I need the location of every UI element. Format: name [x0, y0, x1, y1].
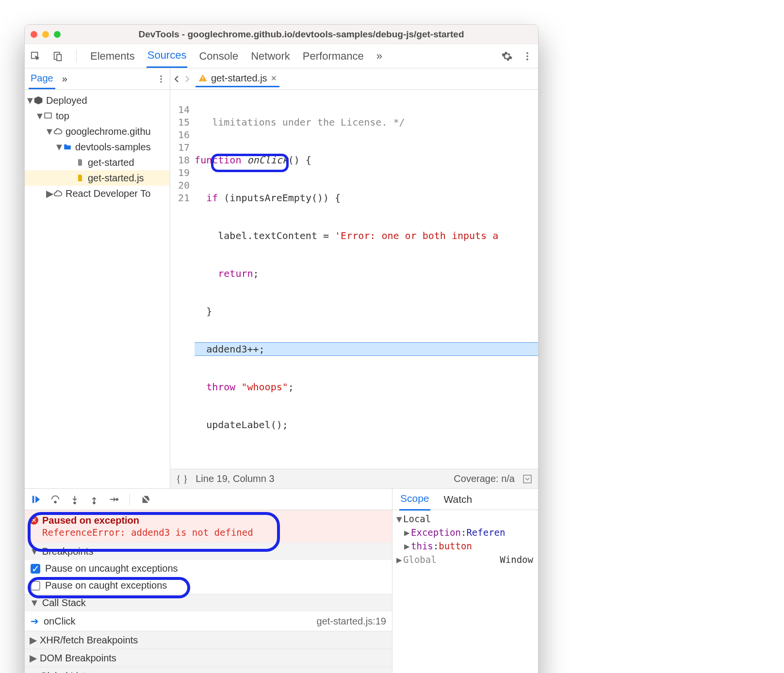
tree-label: devtools-samples [75, 142, 151, 153]
breakpoints-section: ▼Breakpoints ✓ Pause on uncaught excepti… [25, 543, 392, 594]
step-over-icon[interactable] [50, 494, 61, 505]
section-header-dom[interactable]: ▶DOM Breakpoints [25, 649, 392, 667]
tab-page[interactable]: Page [29, 69, 55, 89]
script-icon [75, 173, 85, 183]
folder-icon [63, 142, 72, 152]
scope-exception[interactable]: ▶Exception: Referen [392, 526, 538, 539]
pretty-print-icon[interactable]: { } [176, 473, 188, 484]
editor-area: get-started.js × 14 15 16 17 18 19 20 21 [170, 68, 538, 488]
checkbox-checked-icon[interactable]: ✓ [31, 564, 40, 574]
minimize-window-icon[interactable] [42, 31, 49, 38]
devtools-window: DevTools - googlechrome.github.io/devtoo… [24, 24, 539, 673]
svg-point-16 [93, 502, 95, 504]
tab-watch[interactable]: Watch [443, 489, 474, 510]
zoom-window-icon[interactable] [54, 31, 61, 38]
callstack-section: ▼Call Stack ➔ onClick get-started.js:19 [25, 594, 392, 631]
svg-rect-11 [202, 80, 203, 81]
tab-performance[interactable]: Performance [302, 45, 365, 67]
content-split: Page » ▼ Deployed ▼ [25, 68, 538, 488]
tabs-overflow-icon[interactable]: » [376, 45, 383, 67]
pause-caught-row[interactable]: Pause on caught exceptions [25, 577, 392, 594]
pause-uncaught-row[interactable]: ✓ Pause on uncaught exceptions [25, 560, 392, 577]
paused-line: addend3++; [195, 343, 538, 355]
device-toggle-icon[interactable] [52, 50, 64, 62]
close-tab-icon[interactable]: × [271, 73, 277, 84]
section-header-listeners[interactable]: ▶Global Listeners [25, 667, 392, 673]
navigator-overflow-icon[interactable]: » [62, 73, 67, 84]
svg-rect-9 [45, 113, 51, 118]
cursor-position: Line 19, Column 3 [196, 473, 274, 484]
step-icon[interactable] [108, 494, 119, 505]
nav-back-icon[interactable] [173, 75, 181, 83]
tree-folder[interactable]: ▼ devtools-samples [25, 139, 170, 155]
kebab-menu-icon[interactable] [522, 50, 533, 62]
deployed-icon [33, 96, 43, 105]
tree-file-js[interactable]: get-started.js [25, 170, 170, 186]
svg-point-6 [160, 75, 162, 77]
nav-fwd-icon[interactable] [183, 75, 191, 83]
tab-sources[interactable]: Sources [147, 44, 188, 68]
tab-network[interactable]: Network [250, 45, 291, 67]
scope-local[interactable]: ▼Local [392, 512, 538, 526]
tab-scope[interactable]: Scope [399, 488, 430, 511]
separator [76, 50, 77, 63]
stack-location: get-started.js:19 [317, 616, 386, 627]
paused-title: Paused on exception [42, 515, 385, 526]
cloud-icon [53, 189, 63, 198]
document-icon [75, 158, 85, 167]
scope-tabs: Scope Watch [392, 489, 538, 510]
coverage-toggle-icon[interactable] [523, 474, 532, 484]
navigator-pane: Page » ▼ Deployed ▼ [25, 68, 170, 488]
checkbox-unchecked-icon[interactable] [31, 581, 40, 591]
tree-extension[interactable]: ▶ React Developer To [25, 186, 170, 201]
navigator-menu-icon[interactable] [156, 74, 166, 84]
stack-fn: onClick [44, 616, 76, 627]
scope-tree: ▼Local ▶Exception: Referen ▶this: button… [392, 510, 538, 568]
tree-file-html[interactable]: get-started [25, 155, 170, 170]
code-editor[interactable]: 14 15 16 17 18 19 20 21 limitations unde… [170, 90, 538, 469]
listeners-section: ▶Global Listeners [25, 667, 392, 673]
svg-rect-13 [33, 496, 34, 503]
svg-rect-2 [57, 54, 61, 61]
tree-label: top [56, 111, 69, 122]
xhr-section: ▶XHR/fetch Breakpoints [25, 631, 392, 649]
main-tab-strip: Elements Sources Console Network Perform… [25, 44, 538, 68]
svg-point-17 [116, 498, 118, 500]
stack-frame[interactable]: ➔ onClick get-started.js:19 [25, 611, 392, 631]
deactivate-breakpoints-icon[interactable] [141, 494, 151, 505]
svg-point-14 [54, 501, 56, 503]
window-title: DevTools - googlechrome.github.io/devtoo… [70, 29, 532, 40]
svg-rect-12 [523, 475, 531, 483]
debugger-panel: ✕ Paused on exception ReferenceError: ad… [25, 488, 538, 673]
tree-top[interactable]: ▼ top [25, 108, 170, 124]
tree-label: get-started.js [88, 173, 144, 184]
tree-deployed[interactable]: ▼ Deployed [25, 93, 170, 108]
svg-point-5 [526, 58, 528, 60]
tab-console[interactable]: Console [198, 45, 239, 67]
tree-origin[interactable]: ▼ googlechrome.githu [25, 124, 170, 139]
tab-elements[interactable]: Elements [89, 45, 136, 67]
frame-icon [43, 111, 53, 121]
section-header-xhr[interactable]: ▶XHR/fetch Breakpoints [25, 631, 392, 649]
editor-tabbar: get-started.js × [170, 68, 538, 90]
cloud-icon [53, 127, 63, 136]
inspect-icon[interactable] [30, 50, 41, 62]
window-controls [31, 31, 61, 38]
editor-statusbar: { } Line 19, Column 3 Coverage: n/a [170, 469, 538, 488]
svg-rect-10 [202, 77, 203, 79]
svg-point-3 [526, 52, 528, 54]
section-header-breakpoints[interactable]: ▼Breakpoints [25, 543, 392, 560]
warning-icon [198, 74, 207, 82]
section-header-callstack[interactable]: ▼Call Stack [25, 594, 392, 611]
editor-tab-file[interactable]: get-started.js × [196, 71, 279, 87]
close-window-icon[interactable] [31, 31, 37, 38]
step-out-icon[interactable] [89, 494, 99, 505]
scope-global[interactable]: ▶Global Window [392, 553, 538, 566]
svg-point-15 [74, 502, 76, 504]
scope-this[interactable]: ▶this: button [392, 539, 538, 553]
step-into-icon[interactable] [69, 494, 80, 505]
tree-label: googlechrome.githu [65, 126, 151, 137]
resume-icon[interactable] [31, 494, 41, 505]
error-icon: ✕ [30, 516, 38, 525]
settings-icon[interactable] [501, 50, 513, 62]
